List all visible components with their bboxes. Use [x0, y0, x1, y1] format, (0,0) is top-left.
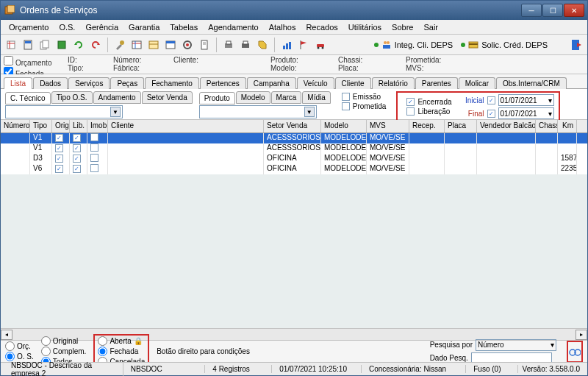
ftab-tipoos[interactable]: Tipo O.S.: [51, 91, 93, 104]
col-mvs[interactable]: MVS: [367, 120, 409, 132]
menu-atalhos[interactable]: Atalhos: [264, 21, 301, 33]
tool-car-icon[interactable]: [313, 38, 328, 52]
date-inicial[interactable]: 01/07/2021▾: [498, 94, 554, 106]
ftab-setorvenda[interactable]: Setor Venda: [142, 91, 193, 104]
tab-veiculo[interactable]: Veículo: [297, 77, 334, 89]
ftab-marca[interactable]: Marca: [271, 91, 302, 104]
minimize-button[interactable]: ─: [521, 4, 542, 17]
menu-os[interactable]: O.S.: [54, 21, 80, 33]
tool-calc-icon[interactable]: [21, 38, 35, 52]
menu-garantia[interactable]: Garantia: [123, 21, 165, 33]
menu-sobre[interactable]: Sobre: [387, 21, 418, 33]
maximize-button[interactable]: ☐: [542, 4, 563, 17]
tool-refresh-icon[interactable]: [71, 38, 86, 52]
ftab-ctecnico[interactable]: C. Técnico: [5, 92, 51, 104]
tool-tools-icon[interactable]: [112, 38, 127, 52]
tool-flag-icon[interactable]: [296, 38, 311, 52]
tool-grid2-icon[interactable]: [146, 38, 161, 52]
tool-undo-icon[interactable]: [88, 38, 103, 52]
radio-complem[interactable]: Complem.: [41, 347, 87, 356]
col-numero[interactable]: Número: [1, 120, 30, 132]
select-pesquisa[interactable]: Número▾: [476, 339, 556, 351]
chk-encerrada[interactable]: ✓Encerrada: [406, 98, 451, 106]
tool-print1-icon[interactable]: [221, 38, 236, 52]
radio-orc[interactable]: Orç.: [5, 341, 34, 351]
col-imob[interactable]: Imob.: [87, 120, 108, 132]
tool-tag-icon[interactable]: [255, 38, 270, 52]
col-km[interactable]: Km: [558, 120, 577, 132]
col-tipo[interactable]: Tipo: [30, 120, 52, 132]
menu-gerencia[interactable]: Gerência: [80, 21, 123, 33]
tool-doc-icon[interactable]: [197, 38, 212, 52]
ftab-modelo[interactable]: Modelo: [236, 91, 270, 104]
search-button[interactable]: [567, 341, 583, 363]
table-row[interactable]: V1✓✓ACESSSORIOSMODELODEMO/VE/SE: [1, 143, 587, 154]
col-setorvenda[interactable]: Setor Venda: [264, 120, 321, 132]
status-bar: NBSDOC - Descricao da empresa 2 NBSDOC 4…: [1, 362, 587, 375]
tab-obs[interactable]: Obs.Interna/CRM: [496, 77, 567, 89]
chk-final[interactable]: ✓: [487, 110, 495, 118]
tool-new-icon[interactable]: [4, 38, 18, 52]
menu-utilitarios[interactable]: Utilitários: [343, 21, 387, 33]
sub-tabs: Lista Dados Serviços Peças Fechamento Pe…: [1, 74, 587, 89]
col-vendedor[interactable]: Vendedor Balcão: [477, 120, 536, 132]
table-row[interactable]: D3✓✓OFICINAMODELODEMO/VE/SE1587!: [1, 154, 587, 164]
tool-grid3-icon[interactable]: [163, 38, 178, 52]
col-placa[interactable]: Placa: [445, 120, 477, 132]
ftab-midia[interactable]: Mídia: [302, 91, 330, 104]
col-lib[interactable]: Lib.: [70, 120, 87, 132]
dropdown-ctecnico[interactable]: ▼: [5, 105, 123, 118]
menu-recados[interactable]: Recados: [301, 21, 343, 33]
radio-aberta[interactable]: Aberta 🔒: [98, 336, 145, 346]
table-row[interactable]: V6✓✓OFICINAMODELODEMO/VE/SE22356: [1, 164, 587, 174]
tool-chart-icon[interactable]: [279, 38, 294, 52]
col-chassi[interactable]: Chassi: [536, 120, 558, 132]
tab-dados[interactable]: Dados: [33, 77, 68, 89]
col-recep[interactable]: Recep.: [409, 120, 445, 132]
tab-pecas[interactable]: Peças: [110, 77, 144, 89]
chk-inicial[interactable]: ✓: [487, 96, 495, 104]
tool-grid1-icon[interactable]: [129, 38, 144, 52]
tab-campanha[interactable]: Campanha: [247, 77, 296, 89]
lbl-placa: Placa:: [338, 64, 397, 72]
scroll-left-button[interactable]: ◂: [1, 330, 12, 340]
tab-pertences[interactable]: Pertences: [200, 77, 246, 89]
col-modelo[interactable]: Modelo: [321, 120, 367, 132]
tool-parts-icon[interactable]: [180, 38, 195, 52]
ftab-andamento[interactable]: Andamento: [93, 91, 141, 104]
table-row[interactable]: V1✓✓ACESSSORIOSMODELODEMO/VE/SE: [1, 133, 587, 143]
tab-relatorio[interactable]: Relatório: [372, 77, 415, 89]
close-button[interactable]: ✕: [564, 4, 584, 17]
menu-sair[interactable]: Sair: [418, 21, 443, 33]
tab-lista[interactable]: Lista: [4, 77, 32, 89]
scroll-right-button[interactable]: ▸: [576, 330, 587, 340]
chk-prometida[interactable]: Prometida: [342, 102, 387, 110]
menu-tabelas[interactable]: Tabelas: [165, 21, 203, 33]
radio-fechada[interactable]: Fechada: [98, 347, 145, 356]
link-integ[interactable]: Integ. Cli. DEPS: [371, 40, 456, 50]
tab-molicar[interactable]: Molicar: [459, 77, 495, 89]
tab-cliente[interactable]: Cliente: [335, 77, 371, 89]
tool-exit-icon[interactable]: [570, 38, 584, 52]
col-orig[interactable]: Orig.: [52, 120, 70, 132]
status-conc: Concessionária: Nissan: [363, 365, 466, 373]
date-final[interactable]: 01/07/2021▾: [498, 107, 554, 119]
chk-emissao[interactable]: Emissão: [342, 93, 387, 101]
tool-copy-icon[interactable]: [37, 38, 52, 52]
tool-green-icon[interactable]: [54, 38, 69, 52]
menu-orcamento[interactable]: Orçamento: [4, 21, 54, 33]
ftab-produto[interactable]: Produto: [199, 92, 235, 104]
chk-orcamento[interactable]: [4, 56, 13, 65]
menu-agendamento[interactable]: Agendamento: [203, 21, 264, 33]
tab-fechamento[interactable]: Fechamento: [145, 77, 199, 89]
tab-servicos[interactable]: Serviços: [68, 77, 110, 89]
radio-os[interactable]: O. S.: [5, 352, 34, 361]
link-solic[interactable]: Solic. Créd. DEPS: [458, 40, 551, 50]
col-cliente[interactable]: Cliente: [108, 120, 264, 132]
radio-original[interactable]: Original: [41, 336, 87, 346]
chk-liberacao[interactable]: Liberação: [406, 107, 451, 116]
grid-body[interactable]: V1✓✓ACESSSORIOSMODELODEMO/VE/SEV1✓✓ACESS…: [1, 133, 587, 328]
tab-parentes[interactable]: Parentes: [415, 77, 458, 89]
tool-print2-icon[interactable]: [238, 38, 253, 52]
dropdown-produto[interactable]: ▼: [199, 105, 317, 118]
